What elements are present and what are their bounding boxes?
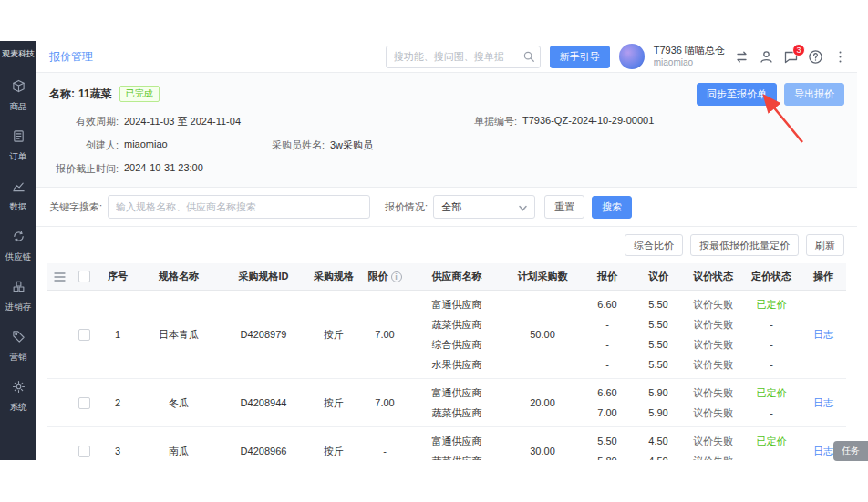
user-info[interactable]: T7936 喵喵总仓 miaomiao <box>654 45 725 68</box>
sidebar-item-label: 营销 <box>10 352 27 364</box>
search-icon[interactable] <box>522 50 535 63</box>
bargain-status: 议价失败 <box>684 383 742 403</box>
spec-id: D4208979 <box>219 291 308 378</box>
sidebar-item-3[interactable]: 数据 <box>0 171 36 221</box>
sidebar-item-2[interactable]: 订单 <box>0 121 36 171</box>
col-bargain: 议价 <box>633 263 684 290</box>
bargain-value: 5.90 <box>633 403 684 423</box>
keyword-input[interactable] <box>108 195 370 219</box>
quote-value: 5.80 <box>582 451 633 460</box>
supplier-name: 综合供应商 <box>410 334 503 354</box>
col-spec-name: 规格名称 <box>139 263 219 290</box>
log-link[interactable]: 日志 <box>813 445 833 458</box>
supplier-name: 富通供应商 <box>410 294 503 314</box>
avatar[interactable] <box>619 44 645 69</box>
spec-id: D4208944 <box>219 379 308 426</box>
sidebar-item-5[interactable]: 进销存 <box>0 271 36 322</box>
export-quotation-button[interactable]: 导出报价 <box>784 83 844 106</box>
row-checkbox[interactable] <box>78 446 90 457</box>
table-body: 1日本青瓜D4208979按斤7.00富通供应商蔬菜供应商综合供应商水果供应商5… <box>47 291 846 460</box>
spec-id: D4208966 <box>219 427 308 460</box>
guide-button[interactable]: 新手引导 <box>550 46 610 68</box>
topbar-right: 新手引导 T7936 喵喵总仓 miaomiao 3 <box>386 44 848 69</box>
quote-status-select[interactable]: 全部 <box>433 195 535 219</box>
price-status: 已定价 <box>742 294 801 314</box>
bargain-status: 议价失败 <box>684 431 742 451</box>
supplier-name: 蔬菜供应商 <box>410 403 503 423</box>
col-action: 操作 <box>801 263 846 290</box>
bargain-status: 议价失败 <box>684 354 742 374</box>
sidebar-item-6[interactable]: 营销 <box>0 322 36 372</box>
quote-status-label: 报价情况: <box>385 200 428 214</box>
name-row: 名称: 11蔬菜 已完成 同步至报价单 导出报价 <box>49 82 844 106</box>
sidebar-item-4[interactable]: 供应链 <box>0 221 36 271</box>
contacts-icon[interactable] <box>759 49 774 65</box>
info-icon[interactable]: i <box>391 271 402 282</box>
spec-name: 日本青瓜 <box>139 291 219 378</box>
row-seq: 3 <box>97 427 139 460</box>
row-checkbox[interactable] <box>78 329 90 341</box>
sidebar-item-label: 商品 <box>10 101 27 113</box>
field-buyer: 采购员姓名: 3w采购员 <box>261 138 373 152</box>
refresh-button[interactable]: 刷新 <box>806 234 844 256</box>
bargain-status: 议价失败 <box>684 403 742 423</box>
compare-prices-button[interactable]: 综合比价 <box>625 234 683 256</box>
quote-value: 7.00 <box>582 403 633 423</box>
summary-fields: 有效周期: 2024-11-03 至 2024-11-04 单据编号: T793… <box>49 115 844 176</box>
quote-status-value: 全部 <box>441 200 461 214</box>
sidebar-item-7[interactable]: 系统 <box>0 372 36 422</box>
task-float-tag[interactable]: 任务 <box>833 441 868 461</box>
limit-price: 7.00 <box>359 291 410 378</box>
global-search <box>386 46 541 68</box>
bargain-value: 5.50 <box>633 334 684 354</box>
sync-quotation-button[interactable]: 同步至报价单 <box>697 83 777 106</box>
row-checkbox[interactable] <box>78 397 90 409</box>
spec-name: 南瓜 <box>139 427 219 460</box>
col-spec-id: 采购规格ID <box>219 263 308 290</box>
bargain-value: 5.50 <box>633 294 684 314</box>
help-icon[interactable] <box>808 49 823 65</box>
column-config-icon[interactable] <box>47 263 71 290</box>
system-icon <box>12 380 26 397</box>
sidebar-item-1[interactable]: 商品 <box>0 71 36 121</box>
supplier-name: 蔬菜供应商 <box>410 451 503 460</box>
plan-qty: 20.00 <box>503 379 582 426</box>
sidebar-item-label: 数据 <box>10 201 27 213</box>
col-limit-price: 限价 i <box>359 263 410 290</box>
name-label: 名称: <box>49 87 75 102</box>
price-status: - <box>742 354 801 374</box>
supply-chain-icon <box>12 230 26 247</box>
quote-value: 6.60 <box>582 383 633 403</box>
purchase-unit: 按斤 <box>308 379 359 426</box>
switch-account-icon[interactable] <box>734 49 749 65</box>
search-button[interactable]: 搜索 <box>592 196 632 219</box>
more-icon[interactable] <box>832 49 848 65</box>
global-search-input[interactable] <box>386 46 541 68</box>
quote-value: - <box>582 314 633 334</box>
supplier-name: 水果供应商 <box>410 354 503 374</box>
log-link[interactable]: 日志 <box>813 396 833 410</box>
batch-lowest-price-button[interactable]: 按最低报价批量定价 <box>690 234 799 256</box>
bargain-status: 议价失败 <box>684 294 742 314</box>
content: 名称: 11蔬菜 已完成 同步至报价单 导出报价 有效周期: 2024-11-0 <box>36 73 857 460</box>
col-quote: 报价 <box>582 263 633 290</box>
reset-button[interactable]: 重置 <box>544 195 584 219</box>
log-link[interactable]: 日志 <box>813 328 833 342</box>
messages-icon[interactable]: 3 <box>783 49 799 65</box>
limit-price: - <box>359 427 410 460</box>
col-price-status: 定价状态 <box>742 263 801 290</box>
sidebar-item-label: 进销存 <box>5 302 32 313</box>
col-bargain-status: 议价状态 <box>684 263 742 290</box>
quote-value: 6.60 <box>582 294 633 314</box>
bargain-value: 5.50 <box>633 314 684 334</box>
purchase-unit: 按斤 <box>308 291 359 378</box>
table-row: 1日本青瓜D4208979按斤7.00富通供应商蔬菜供应商综合供应商水果供应商5… <box>47 291 846 379</box>
plan-qty: 50.00 <box>503 291 582 378</box>
table-section: 综合比价 按最低报价批量定价 刷新 序号 规格名称 采购规格ID 采购规格 <box>36 227 857 460</box>
breadcrumb[interactable]: 报价管理 <box>49 49 93 65</box>
bargain-status: 议价失败 <box>684 451 742 460</box>
select-all-checkbox[interactable] <box>78 271 90 282</box>
keyword-label: 关键字搜索: <box>49 200 102 214</box>
field-deadline: 报价截止时间: 2024-10-31 23:00 <box>49 162 203 176</box>
bargain-value: 5.90 <box>633 383 684 403</box>
